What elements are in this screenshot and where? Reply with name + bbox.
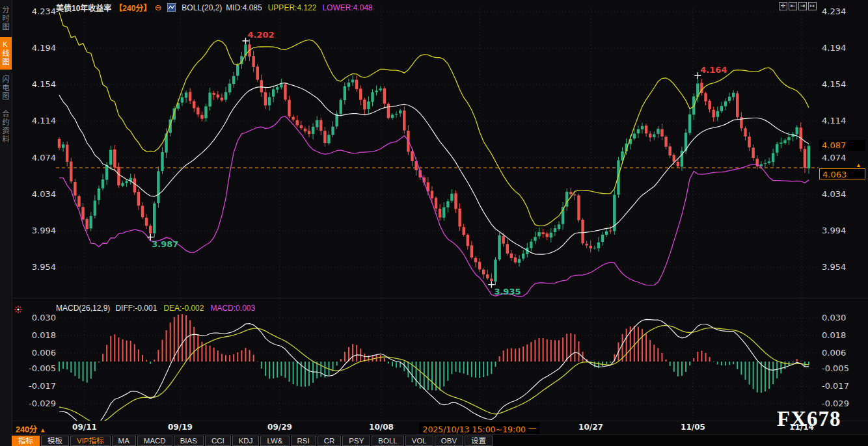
macd-diff-line <box>59 319 809 430</box>
toolbar-button-lw&[interactable]: LW& <box>260 436 289 446</box>
macd-diff-value: DIFF:-0.001 <box>115 304 157 313</box>
bollinger-mid-line <box>59 83 809 255</box>
period-selector[interactable]: 240分 ▲ <box>16 423 46 435</box>
boll-mid-value: MID:4.085 <box>226 3 262 12</box>
macd-params-label: MACD(26,12,9) <box>56 304 110 313</box>
go-to-latest-icon[interactable]: ↦ <box>808 2 817 10</box>
bollinger-lower-line <box>59 116 809 297</box>
watermark: FX678 <box>777 407 841 431</box>
chart-canvas[interactable] <box>0 0 868 446</box>
instrument-title: 美债10年收益率 <box>56 2 111 13</box>
toolbar-button-bias[interactable]: BIAS <box>174 436 204 446</box>
fit-left-icon[interactable]: ⇤ <box>789 2 797 10</box>
sidebar-item-contract-info[interactable]: 合约资料 <box>0 107 12 147</box>
sidebar-item-flash-chart[interactable]: 闪电图 <box>0 72 12 104</box>
toolbar-button-cci[interactable]: CCI <box>205 436 231 446</box>
toolbar-button-rsi[interactable]: RSI <box>291 436 316 446</box>
macd-dea-value: DEA:-0.002 <box>163 304 204 313</box>
toolbar-button-vol[interactable]: VOL <box>405 436 433 446</box>
toolbar-button-设置[interactable]: 设置 <box>465 436 493 446</box>
macd-macd-value: MACD:0.003 <box>210 304 255 313</box>
macd-dea-line <box>59 325 809 423</box>
macd-histogram <box>59 314 809 393</box>
fit-right-icon[interactable]: ⇥ <box>798 2 807 10</box>
period-selector-arrow-icon: ▲ <box>40 426 46 434</box>
sidebar-item-kline-chart[interactable]: K线图 <box>0 37 12 70</box>
toolbar-button-template[interactable]: 模板 <box>41 436 69 446</box>
indicator-toolbar: 指标模板VIP指标MAMACDBIASCCIKDJLW&RSICRPSYBOLL… <box>12 434 868 446</box>
sidebar-item-time-chart[interactable]: 分时图 <box>0 3 12 34</box>
panel-separator <box>12 298 868 298</box>
boll-upper-value: UPPER:4.122 <box>268 3 317 12</box>
chart-window-buttons: ✛⇤⇥↦ <box>779 2 817 10</box>
chart-title-bar: 美债10年收益率 【240分】 ⊖ BOLL(20,2) MID:4.085 U… <box>56 2 373 13</box>
toolbar-button-psy[interactable]: PSY <box>342 436 370 446</box>
toolbar-button-cr[interactable]: CR <box>318 436 342 446</box>
collapse-indicator-icon[interactable]: ⊖ <box>154 3 161 12</box>
boll-params-label: BOLL(20,2) <box>182 3 222 12</box>
toolbar-button-indicator[interactable]: 指标 <box>12 436 40 446</box>
toolbar-button-vip指标[interactable]: VIP指标 <box>70 436 111 446</box>
toolbar-button-macd[interactable]: MACD <box>137 436 172 446</box>
macd-header: MACD(26,12,9) DIFF:-0.001 DEA:-0.002 MAC… <box>56 304 255 313</box>
toolbar-button-boll[interactable]: BOLL <box>372 436 403 446</box>
toolbar-button-kdj[interactable]: KDJ <box>232 436 260 446</box>
bollinger-upper-line <box>59 12 809 226</box>
period-selector-label: 240分 <box>16 425 37 434</box>
indicator-settings-icon[interactable] <box>14 305 23 314</box>
pan-icon[interactable]: ✛ <box>779 2 787 10</box>
boll-lower-value: LOWER:4.048 <box>322 3 372 12</box>
boll-indicator-icon[interactable] <box>167 3 176 12</box>
toolbar-button-ma[interactable]: MA <box>112 436 136 446</box>
chart-type-sidebar: 分时图 K线图 闪电图 合约资料 <box>0 0 12 446</box>
period-label[interactable]: 【240分】 <box>115 2 151 13</box>
axis-separator <box>12 421 868 421</box>
toolbar-button-obv[interactable]: OBV <box>435 436 463 446</box>
trading-chart-app: 分时图 K线图 闪电图 合约资料 美债10年收益率 【240分】 ⊖ BOLL(… <box>0 0 868 446</box>
